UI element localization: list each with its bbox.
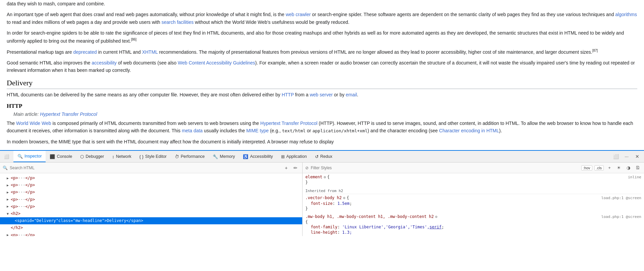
web-server-link[interactable]: web server	[310, 92, 332, 97]
tree-toggle-p5[interactable]	[7, 204, 11, 209]
accessibility-icon: ♿	[243, 154, 248, 159]
mw-origin-label: load.php:1 @screen	[601, 215, 641, 219]
tree-toggle-p3[interactable]	[7, 190, 11, 195]
html-tree: <p> ··· </p> <p> ··· </p> <p> ··· </p> <…	[0, 173, 302, 236]
gear-icon[interactable]: ⚙	[324, 175, 326, 179]
accessibility-tab-label: Accessibility	[250, 154, 273, 159]
dark-color-button[interactable]: ◑	[625, 164, 632, 172]
application-icon: ⊞	[281, 154, 285, 159]
responsive-icon: ⬜	[4, 154, 9, 159]
network-icon: ↕	[112, 154, 114, 159]
tree-toggle-h2[interactable]	[7, 211, 11, 217]
light-color-button[interactable]: ☀	[615, 164, 623, 172]
close-devtools-button[interactable]: ✕	[633, 152, 642, 161]
deprecated-link[interactable]: deprecated	[73, 49, 97, 54]
hov-button[interactable]: :hov	[581, 165, 592, 171]
tab-style-editor[interactable]: { } Style Editor	[136, 151, 171, 162]
tab-accessibility[interactable]: ♿ Accessibility	[239, 151, 277, 162]
delivery-heading: Delivery	[7, 79, 637, 89]
tree-node-p2[interactable]: <p> ··· </p>	[0, 182, 302, 189]
html-search-input[interactable]	[10, 166, 280, 170]
main-article-ref: Main article: Hypertext Transfer Protoco…	[13, 111, 637, 117]
tab-memory[interactable]: 🔧 Memory	[209, 151, 239, 162]
tab-console[interactable]: ⬛ Console	[46, 151, 76, 162]
metadata-link[interactable]: meta data	[182, 128, 203, 133]
console-tab-label: Console	[57, 154, 72, 159]
gear-icon-vector[interactable]: ⚙	[343, 196, 345, 200]
http-protocol-link[interactable]: Hypertext Transfer Protocol	[260, 121, 317, 126]
css-rule-vector-body: .vector-body h2 ⚙ { load.php:1 @screen f…	[305, 195, 641, 211]
www-link[interactable]: World Wide Web	[16, 121, 51, 126]
tab-redux[interactable]: ↺ Redux	[311, 151, 336, 162]
main-content-area: data they wish to mash, compare and comb…	[0, 0, 644, 150]
add-node-button[interactable]: +	[282, 164, 290, 172]
css-prop-font-family: font-family: 'Linux Libertine','Georgia'…	[311, 224, 641, 230]
tree-toggle-p2[interactable]	[7, 183, 11, 188]
css-content: element ⚙ { inline } Inherited from h2 .…	[303, 173, 644, 236]
tree-node-p6[interactable]: <p> ··· </p>	[0, 232, 302, 236]
tree-toggle-p6[interactable]	[7, 232, 11, 236]
memory-icon: 🔧	[213, 154, 218, 159]
http-main-article-link[interactable]: Hypertext Transfer Protocol	[40, 111, 97, 117]
inline-label: inline	[628, 175, 641, 179]
delivery-paragraph: HTML documents can be delivered by the s…	[7, 91, 637, 98]
tree-node-p1[interactable]: <p> ··· </p>	[0, 175, 302, 182]
redux-tab-label: Redux	[320, 154, 332, 159]
cls-button[interactable]: .cls	[594, 165, 604, 171]
inspector-icon: 🔍	[17, 154, 23, 159]
edit-html-button[interactable]: ✏	[291, 164, 300, 172]
tree-node-p3[interactable]: <p> ··· </p>	[0, 189, 302, 196]
char-encoding-link[interactable]: Character encoding in HTML	[439, 128, 499, 133]
paragraph-5: Good semantic HTML also improves the acc…	[7, 59, 637, 74]
tree-node-h2[interactable]: <h2>	[0, 210, 302, 217]
tab-performance[interactable]: ⏱ Performance	[171, 151, 209, 162]
http-link[interactable]: HTTP	[282, 92, 294, 97]
tab-application[interactable]: ⊞ Application	[277, 151, 311, 162]
html-tree-panel: 🔍 + ✏ <p> ··· </p> <p> ··· </p> <p> ··	[0, 163, 303, 236]
email-link[interactable]: email	[346, 92, 357, 97]
paragraph-2: An important type of web agent that does…	[7, 11, 637, 26]
screenshot-button[interactable]: 🖻	[634, 164, 641, 172]
wcag-link[interactable]: Web Content Accessibility Guidelines	[178, 60, 255, 65]
style-editor-icon: { }	[140, 154, 144, 159]
tree-toggle-p1[interactable]	[7, 176, 11, 181]
add-css-rule-button[interactable]: +	[606, 164, 613, 172]
css-prop-font-size: font-size: 1.5em;	[311, 201, 641, 206]
css-opening-brace-mw: {	[305, 220, 641, 224]
tree-node-p4[interactable]: <p> ··· </p>	[0, 196, 302, 203]
more-options-button[interactable]: ···	[622, 152, 631, 161]
paragraph-4: Presentational markup tags are deprecate…	[7, 48, 637, 56]
html-search-bar: 🔍 + ✏	[0, 163, 302, 173]
responsive-design-button[interactable]: ⬜	[611, 152, 621, 161]
search-facilities-link[interactable]: search facilities	[162, 19, 194, 25]
mw-selector-text: .mw-body h1, .mw-body-content h1, .mw-bo…	[305, 214, 434, 219]
css-filter-input[interactable]	[311, 166, 579, 170]
tab-responsive[interactable]: ⬜	[0, 151, 13, 162]
xhtml-link[interactable]: XHTML	[142, 49, 158, 54]
console-icon: ⬛	[50, 154, 55, 159]
css-inherited-header: Inherited from h2	[305, 188, 641, 194]
tree-node-h2-close[interactable]: </h2>	[0, 224, 302, 231]
http-heading: HTTP	[7, 103, 637, 109]
accessibility-link[interactable]: accessibility	[92, 60, 117, 65]
filter-icon: ⊘	[305, 166, 309, 170]
mime-type-link[interactable]: MIME type	[246, 128, 269, 133]
css-selector-vector: .vector-body h2 ⚙ { load.php:1 @screen	[305, 195, 641, 200]
css-closing-brace-vector: }	[305, 206, 641, 211]
tab-inspector[interactable]: 🔍 Inspector	[13, 151, 46, 162]
element-selector-text: element	[305, 175, 322, 179]
tab-network[interactable]: ↕ Network	[108, 151, 135, 162]
web-crawler-link[interactable]: web crawler	[286, 12, 311, 17]
tree-node-span-delivery[interactable]: <span id="Delivery" class="mw-headline">…	[0, 217, 302, 224]
css-prop-line-height: line-height: 1.3;	[311, 230, 641, 235]
gear-icon-mw[interactable]: ⚙	[435, 215, 437, 219]
tree-node-p5[interactable]: <p> ··· </p>	[0, 203, 302, 210]
tab-debugger[interactable]: ⬡ Debugger	[76, 151, 108, 162]
algorithms-link[interactable]: algorithms	[615, 12, 637, 17]
search-icon: 🔍	[3, 166, 8, 170]
memory-tab-label: Memory	[220, 154, 235, 159]
tree-toggle-p4[interactable]	[7, 197, 11, 202]
devtools-toolbar: ⬜ 🔍 Inspector ⬛ Console ⬡ Debugger ↕ Net…	[0, 150, 644, 162]
network-tab-label: Network	[116, 154, 131, 159]
css-rule-element: element ⚙ { inline }	[305, 175, 641, 185]
